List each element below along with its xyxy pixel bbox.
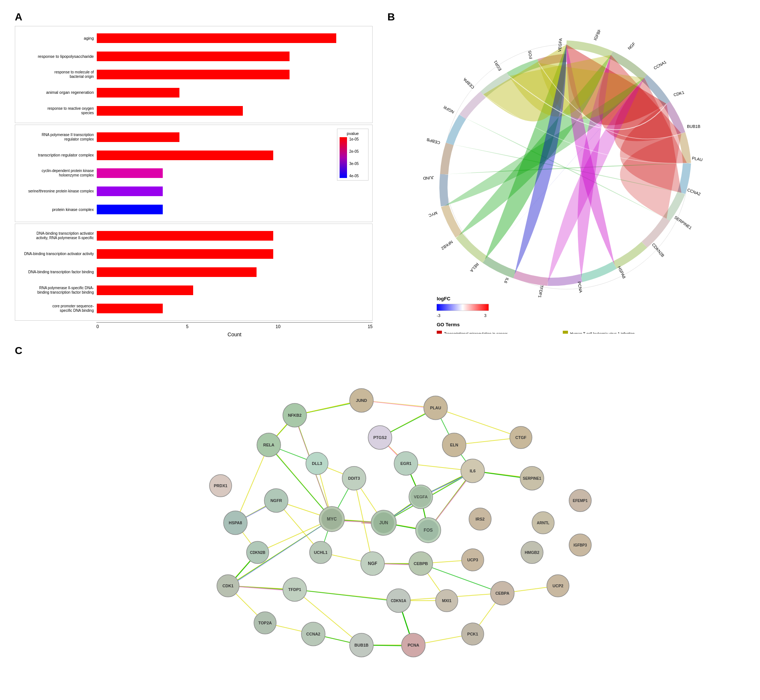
svg-line-85 [421,564,503,593]
bar-row: protein kinase complex [15,202,372,217]
node-label-tfdp1: TFDP1 [289,587,301,592]
chord-diagram: IGFBP3 NGF CCNA1 CDK1 BUB1B PLAU CCNA2 S… [387,26,745,338]
bar [97,304,163,313]
node-label-prdx1: PRDX1 [214,483,228,488]
bar-area [97,131,372,143]
bar-area [97,204,372,215]
node-texture [418,520,439,541]
bar-row: RNA polymerase II transcriptionregulator… [15,130,372,145]
bar [97,150,273,160]
panel-a: A aging response to lipopolysaccharide [8,8,380,341]
gene-label: IL6 [503,277,509,284]
bar-row: serine/threonine protein kinase complex [15,184,372,199]
bar-row: response to lipopolysaccharide [15,48,372,64]
logfc-min: -3 [437,313,440,318]
node-label-jund: JUND [356,398,367,403]
node-label-hmgb2: HMGB2 [524,550,539,555]
node-texture [373,512,394,533]
bar-row: core promoter sequence-specific DNA bind… [15,301,372,316]
svg-rect-5 [563,331,568,334]
node-label-cdkn2b: CDKN2B [250,551,265,555]
bar [97,106,243,116]
bar-area [97,87,372,98]
bar [97,205,163,214]
bar-area [97,105,372,116]
panel-b-label: B [387,11,395,23]
node-label-dll3: DLL3 [312,461,322,466]
node-texture [321,509,342,530]
panel-a-label: A [15,11,22,23]
bar-label: aging [15,36,97,41]
x-axis-label: Count [97,331,373,338]
bar [97,267,256,277]
node-label-ddit3: DDIT3 [348,476,360,481]
cc-section: pvalue 1e-05 2e-05 3e-05 4e-05 RNA polym… [15,125,373,222]
gene-label: RELA [469,262,479,273]
node-label-top2a: TOP2A [258,621,272,625]
gene-label: BUB1B [687,124,700,129]
node-label-ctgf: CTGF [515,435,526,440]
gene-label: NGF [627,41,636,50]
node-label-eln: ELN [450,443,458,447]
mf-section: DNA-binding transcription activatoractiv… [15,223,373,321]
node-label-irs2: IRS2 [476,517,485,521]
bar-area [97,267,372,278]
bar-row: response to reactive oxygenspecies [15,103,372,119]
svg-line-40 [236,445,269,523]
bar-label: serine/threonine protein kinase complex [15,189,97,194]
node-label-il6: IL6 [470,469,476,473]
bar-row: animal organ regeneration [15,85,372,100]
bar [97,70,290,79]
svg-rect-1 [437,304,488,311]
node-label-ngf: NGF [368,561,377,566]
bar [97,88,179,97]
gene-label: CCNA2 [687,188,701,197]
bar-area [97,33,372,44]
node-label-ccna2: CCNA2 [306,632,320,636]
node-label-arntl: ARNTL [537,521,549,525]
node-label-serpine1: SERPINE1 [523,477,541,481]
bar-area [97,285,372,296]
gene-label: JUND [423,175,434,181]
gene-label: EGR1 [493,60,502,72]
node-label-hspa8: HSPA8 [229,520,242,525]
go-term-label: Human T-cell leukemia virus 1 infection [570,332,635,334]
gene-label: NGFR [442,105,454,114]
node-label-ucp3: UCP3 [467,558,478,562]
node-label-nfkb2: NFKB2 [288,413,302,417]
bar-row: cyclin-dependent protein kinaseholoenzym… [15,166,372,181]
bar-label: response to reactive oxygenspecies [15,106,97,115]
bar-label: transcription regulator complex [15,153,97,158]
gene-label: PCNA [577,281,583,293]
x-tick: 10 [275,324,280,329]
gene-label: CCNA1 [653,60,667,70]
node-label-ptgs2: PTGS2 [373,435,387,440]
node-label-bub1b: BUB1B [354,643,368,647]
node-label-cebpb: CEBPB [414,561,428,566]
gene-label: CDK1 [673,90,684,97]
bar-label: RNA polymerase II transcriptionregulator… [15,133,97,142]
gene-label: SERPINE1 [673,215,692,230]
bar-label: DNA-binding transcription activator acti… [15,252,97,256]
bar [97,33,336,43]
bar-label: RNA polymerase II-specific DNA-binding t… [15,286,97,295]
gene-label: CEBPB [426,137,440,145]
gene-label: CDKN2B [651,242,665,258]
panel-b: B [380,8,752,341]
bar-label: cyclin-dependent protein kinaseholoenzym… [15,169,97,178]
bar-chart: aging response to lipopolysaccharide res… [15,26,373,338]
panel-c: C [8,341,752,700]
bar-label: response to lipopolysaccharide [15,54,97,59]
node-label-ngfr: NGFR [270,498,282,503]
bar-area [97,303,372,314]
node-label-efemp1: EFEMP1 [573,499,588,503]
gene-label: TFDP1 [537,285,544,298]
bar-label: DNA-binding transcription factor binding [15,270,97,274]
gene-label: IGFBP3 [592,30,602,41]
bar-label: response to molecule ofbacterial origin [15,70,97,79]
bar-area [97,186,372,197]
node-label-igfbp3: IGFBP3 [574,543,587,547]
bar-area [97,230,372,241]
node-label-ucp2: UCP2 [552,584,563,588]
node-label-rela: RELA [263,443,274,447]
